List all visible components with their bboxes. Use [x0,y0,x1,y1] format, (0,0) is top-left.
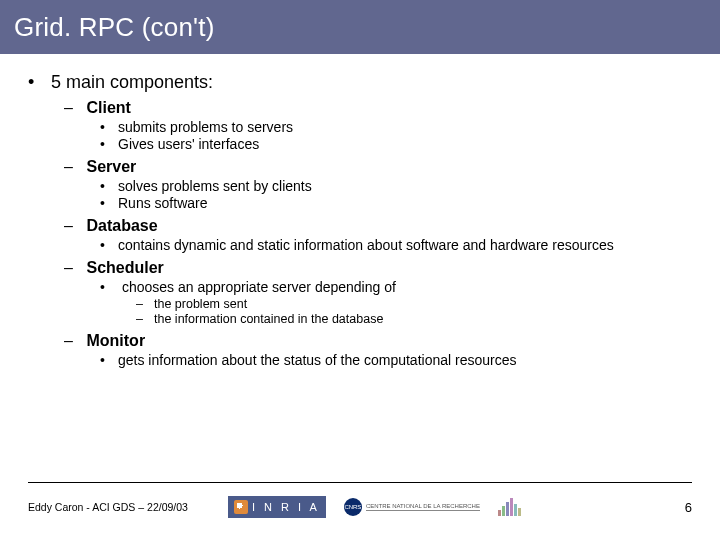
point-text: contains dynamic and static information … [118,237,614,253]
inria-logo: I N R I A [228,496,326,518]
list-item: chooses an appropriate server depending … [100,279,720,326]
bar-icon [506,502,509,516]
component-name: Scheduler [86,259,163,276]
cnrs-logo: CNRS CENTRE NATIONAL DE LA RECHERCHE [344,496,480,518]
component-name: Client [86,99,130,116]
author-line: Eddy Caron - ACI GDS – 22/09/03 [28,501,188,513]
subpoint-text: the information contained in the databas… [154,312,383,326]
list-item: Database contains dynamic and static inf… [64,217,720,253]
bar-icon [514,504,517,516]
component-name: Database [86,217,157,234]
cnrs-circle-icon: CNRS [344,498,362,516]
list-item: solves problems sent by clients [100,178,720,194]
bars-logo [498,498,521,516]
list-item: Client submits problems to servers Gives… [64,99,720,152]
swirl-icon [234,500,248,514]
bar-icon [502,506,505,516]
slide-title: Grid. RPC (con't) [14,12,215,43]
list-item: Gives users' interfaces [100,136,720,152]
point-text: solves problems sent by clients [118,178,312,194]
list-item: the problem sent [136,297,720,311]
list-item: Runs software [100,195,720,211]
cnrs-text: CNRS [344,504,361,510]
bar-icon [510,498,513,516]
list-item: Scheduler chooses an appropriate server … [64,259,720,326]
point-text: chooses an appropriate server depending … [122,279,396,295]
main-heading: 5 main components: [51,72,213,92]
point-text: Runs software [118,195,207,211]
component-name: Server [86,158,136,175]
point-text: Gives users' interfaces [118,136,259,152]
list-item: contains dynamic and static information … [100,237,720,253]
inria-text: I N R I A [252,501,320,513]
component-name: Monitor [86,332,145,349]
bar-icon [498,510,501,516]
footer: Eddy Caron - ACI GDS – 22/09/03 I N R I … [0,482,720,540]
list-item: the information contained in the databas… [136,312,720,326]
footer-row: Eddy Caron - ACI GDS – 22/09/03 I N R I … [28,496,692,518]
subpoint-text: the problem sent [154,297,247,311]
divider [28,482,692,483]
list-item: submits problems to servers [100,119,720,135]
logo-group: I N R I A CNRS CENTRE NATIONAL DE LA REC… [228,496,521,518]
cnrs-subtext: CENTRE NATIONAL DE LA RECHERCHE [366,503,480,511]
list-item: Monitor gets information about the statu… [64,332,720,368]
slide: Grid. RPC (con't) 5 main components: Cli… [0,0,720,540]
page-number: 6 [685,500,692,515]
point-text: submits problems to servers [118,119,293,135]
list-item: Server solves problems sent by clients R… [64,158,720,211]
content-area: 5 main components: Client submits proble… [0,54,720,540]
point-text: gets information about the status of the… [118,352,516,368]
title-bar: Grid. RPC (con't) [0,0,720,54]
list-item: 5 main components: Client submits proble… [28,72,720,368]
list-item: gets information about the status of the… [100,352,720,368]
bar-icon [518,508,521,516]
